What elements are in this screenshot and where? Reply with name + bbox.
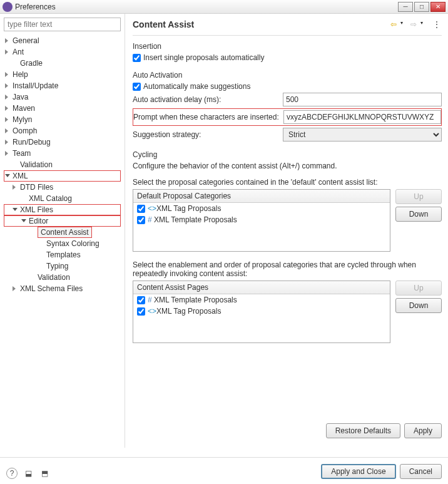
tree-node-mylyn[interactable]: Mylyn [4,114,121,125]
chevron-down-icon[interactable] [21,218,28,224]
export-icon[interactable]: ⬒ [39,468,50,479]
cancel-button[interactable]: Cancel [400,464,442,479]
delay-label: Auto activation delay (ms): [133,95,283,104]
chevron-right-icon[interactable] [5,94,11,100]
preference-page: Content Assist ⇦ ▾ ⇨ ▾ ⋮ Insertion Inser… [125,14,448,448]
tree-node-validation[interactable]: Validation [4,159,121,170]
tree-node-syntax-coloring[interactable]: Syntax Coloring [4,238,121,249]
insert-single-checkbox[interactable] [133,54,141,62]
tree-node-validation[interactable]: Validation [4,272,121,283]
tree-node-typing[interactable]: Typing [4,260,121,272]
tree-label: General [13,36,39,45]
forward-icon[interactable]: ⇨ [410,20,419,29]
auto-suggest-label: Automatically make suggestions [143,82,250,91]
tree-node-run-debug[interactable]: Run/Debug [4,136,121,148]
view-menu-icon[interactable]: ⋮ [433,20,442,29]
tree-label: Maven [13,104,35,113]
back-menu-icon[interactable]: ▾ [400,20,409,29]
chevron-right-icon[interactable] [13,184,19,190]
twisty-blank [13,60,19,66]
tree-node-help[interactable]: Help [4,69,121,80]
tree-label: Java [13,93,28,101]
chevron-right-icon[interactable] [5,83,11,89]
close-button[interactable]: ✕ [430,2,445,12]
default-th: Default Proposal Categories [133,190,390,203]
tree-label: XML [13,172,28,180]
chevron-right-icon[interactable] [5,128,11,134]
maximize-button[interactable]: □ [414,2,429,12]
back-icon[interactable]: ⇦ [390,20,399,29]
tree-node-templates[interactable]: Templates [4,249,121,260]
tree-node-ant[interactable]: Ant [4,46,121,58]
tree-node-dtd-files[interactable]: DTD Files [4,182,121,193]
eclipse-icon [3,2,13,12]
tree-node-xml-files[interactable]: XML Files [4,204,121,215]
up-button[interactable]: Up [395,281,442,296]
auto-suggest-checkbox[interactable] [133,83,141,91]
restore-defaults-button[interactable]: Restore Defaults [326,423,400,438]
tree-node-team[interactable]: Team [4,148,121,159]
down-button[interactable]: Down [395,207,442,222]
twisty-blank [39,263,45,269]
table-row[interactable]: <>XML Tag Proposals [133,306,390,317]
tree-node-oomph[interactable]: Oomph [4,125,121,136]
row-checkbox[interactable] [137,307,145,316]
strategy-select[interactable]: Strict [283,128,442,142]
apply-button[interactable]: Apply [404,423,442,438]
chevron-right-icon[interactable] [5,71,11,78]
row-checkbox[interactable] [137,205,145,213]
tag-icon: <> [148,307,156,316]
tree-label: Install/Update [13,81,58,90]
tree-node-general[interactable]: General [4,35,121,46]
tree-node-editor[interactable]: Editor [4,215,121,227]
cycling-desc: Configure the behavior of the content as… [133,162,442,170]
chevron-down-icon[interactable] [5,173,11,179]
pages-desc: Select the enablement and order of propo… [133,260,442,278]
table-row[interactable]: # XML Template Proposals [133,294,390,306]
table-row[interactable]: <>XML Tag Proposals [133,203,390,214]
tree-node-xml-catalog[interactable]: XML Catalog [4,193,121,204]
tree-node-xml-schema-files[interactable]: XML Schema Files [4,283,121,294]
page-title: Content Assist [133,18,194,31]
twisty-blank [39,252,45,258]
chevron-right-icon[interactable] [13,286,19,292]
tree-label: Content Assist [38,227,92,238]
row-checkbox[interactable] [137,296,145,304]
table-row[interactable]: # XML Template Proposals [133,214,390,225]
down-button[interactable]: Down [395,298,442,313]
tree-node-maven[interactable]: Maven [4,103,121,114]
twisty-blank [39,240,45,247]
up-button[interactable]: Up [395,189,442,204]
prompt-input[interactable] [283,110,441,124]
tree-node-content-assist[interactable]: Content Assist [4,227,121,238]
tree-node-java[interactable]: Java [4,91,121,103]
import-icon[interactable]: ⬓ [23,468,34,479]
help-icon[interactable]: ? [6,468,18,479]
tree-label: Help [13,70,28,79]
pages-table[interactable]: Content Assist Pages # XML Template Prop… [133,281,390,343]
chevron-right-icon[interactable] [5,105,11,111]
chevron-right-icon[interactable] [5,139,11,145]
tree-node-xml[interactable]: XML [4,170,121,182]
chevron-right-icon[interactable] [5,49,11,55]
row-checkbox[interactable] [137,216,145,224]
twisty-blank [13,162,19,168]
chevron-right-icon[interactable] [5,116,11,123]
fwd-menu-icon[interactable]: ▾ [420,20,429,29]
row-label: XML Tag Proposals [156,307,221,316]
apply-and-close-button[interactable]: Apply and Close [321,464,395,479]
filter-input[interactable] [4,18,121,31]
titlebar: Preferences ─ □ ✕ [0,0,448,14]
minimize-button[interactable]: ─ [398,2,413,12]
delay-input[interactable] [283,93,442,106]
tree-node-install-update[interactable]: Install/Update [4,80,121,91]
template-icon: # [148,296,154,304]
cycling-heading: Cycling [133,150,442,159]
chevron-down-icon[interactable] [13,207,19,213]
tree-node-gradle[interactable]: Gradle [4,58,121,69]
tag-icon: <> [148,204,156,213]
chevron-right-icon[interactable] [5,150,11,157]
tree-label: Syntax Coloring [46,239,99,248]
chevron-right-icon[interactable] [5,38,11,44]
default-categories-table[interactable]: Default Proposal Categories <>XML Tag Pr… [133,189,390,252]
